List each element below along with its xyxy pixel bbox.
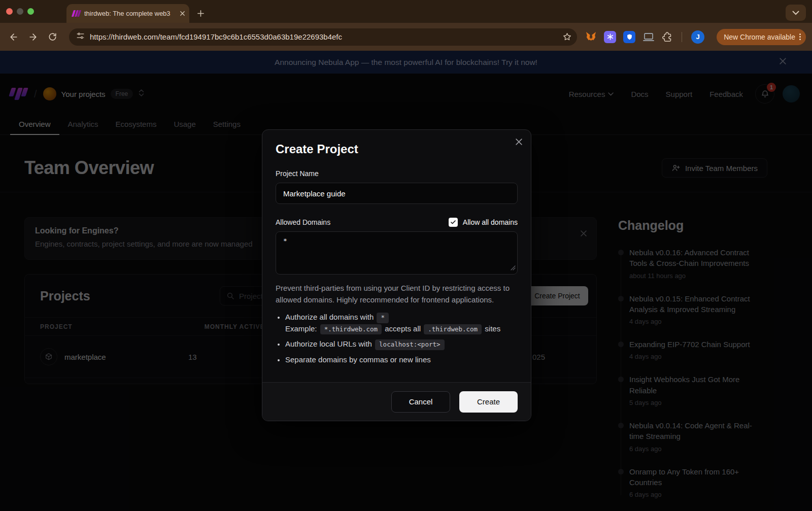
create-button[interactable]: Create	[459, 391, 518, 413]
back-icon[interactable]	[5, 28, 22, 46]
allowed-domains-textarea[interactable]: *	[276, 231, 518, 275]
laptop-extension-icon[interactable]	[642, 32, 655, 42]
cancel-button[interactable]: Cancel	[391, 391, 450, 413]
metamask-extension-icon[interactable]	[585, 31, 597, 43]
domains-rules-list: Authorize all domains with * Example: *.…	[276, 312, 518, 366]
close-window-button[interactable]	[6, 8, 13, 15]
rule-separators: Separate domains by commas or new lines	[285, 354, 518, 366]
example-domain-chip: *.thirdweb.com	[320, 324, 382, 335]
snowflake-extension-icon[interactable]	[604, 31, 616, 43]
project-name-input[interactable]	[276, 183, 518, 204]
thirdweb-favicon	[73, 10, 80, 17]
new-tab-button[interactable]	[193, 6, 208, 20]
chrome-update-button[interactable]: New Chrome available	[717, 29, 806, 45]
wildcard-chip: *	[377, 313, 389, 323]
window-controls	[0, 0, 41, 23]
url-bar[interactable]: https://thirdweb.com/team/fcd194917bc9c6…	[69, 28, 577, 46]
minimize-window-button[interactable]	[17, 8, 23, 15]
toolbar-divider	[682, 32, 682, 42]
extensions-puzzle-icon[interactable]	[662, 31, 672, 42]
browser-menu-icon[interactable]	[799, 33, 801, 40]
site-settings-icon[interactable]	[76, 31, 85, 42]
modal-close-icon[interactable]	[515, 138, 523, 146]
domains-help-text: Prevent third-parties from using your Cl…	[276, 282, 518, 306]
resize-handle-icon[interactable]	[511, 263, 516, 272]
browser-tab[interactable]: thirdweb: The complete web3	[66, 4, 189, 23]
allow-all-domains-label: Allow all domains	[463, 218, 518, 226]
browser-toolbar: https://thirdweb.com/team/fcd194917bc9c6…	[0, 23, 812, 51]
checkbox-checked-icon[interactable]	[449, 218, 458, 227]
reload-icon[interactable]	[44, 28, 61, 46]
localhost-chip: localhost:<port>	[375, 339, 444, 350]
url-text: https://thirdweb.com/team/fcd194917bc9c6…	[90, 32, 562, 41]
rule-all-domains: Authorize all domains with * Example: *.…	[285, 312, 518, 335]
create-project-modal: Create Project Project Name Allowed Doma…	[262, 129, 531, 421]
extensions-row: J New Chrome available	[585, 29, 806, 45]
accepted-domain-chip: .thirdweb.com	[424, 324, 482, 335]
allow-all-domains-checkbox[interactable]: Allow all domains	[449, 218, 518, 227]
shield-extension-icon[interactable]	[623, 31, 635, 43]
screen: thirdweb: The complete web3 https://thir…	[0, 0, 812, 511]
forward-icon[interactable]	[24, 28, 42, 46]
modal-title: Create Project	[276, 142, 518, 156]
tab-title: thirdweb: The complete web3	[84, 10, 176, 17]
browser-tab-strip: thirdweb: The complete web3	[0, 0, 812, 23]
project-name-label: Project Name	[276, 169, 518, 178]
thirdweb-page: Announcing Nebula App — the most powerfu…	[0, 51, 812, 511]
rule-local-urls: Authorize local URLs with localhost:<por…	[285, 338, 518, 350]
zoom-window-button[interactable]	[27, 8, 34, 15]
modal-footer: Cancel Create	[262, 382, 531, 421]
bookmark-star-icon[interactable]	[562, 32, 572, 42]
browser-profile-avatar[interactable]: J	[691, 30, 704, 44]
chrome-update-label: New Chrome available	[724, 33, 795, 41]
tab-search-chevron-icon[interactable]	[786, 5, 806, 21]
tab-close-icon[interactable]	[180, 11, 185, 16]
allowed-domains-label: Allowed Domains	[276, 218, 330, 226]
